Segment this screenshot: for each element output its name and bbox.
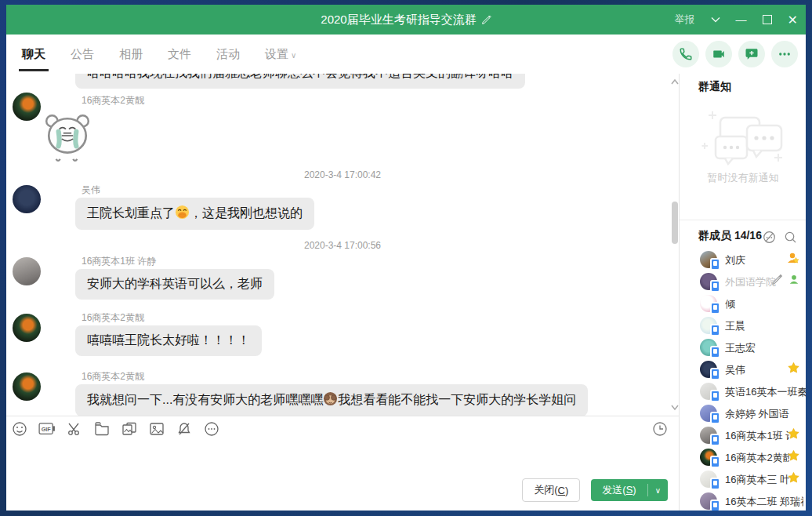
mobile-online-icon	[710, 434, 720, 446]
member-row[interactable]: 16商英本1班 许静	[680, 425, 806, 447]
member-row[interactable]: 16商英本三 叶蕾	[680, 469, 806, 491]
mobile-online-icon	[710, 302, 720, 314]
tab-chat[interactable]: 聊天	[20, 47, 47, 62]
more-icon	[778, 47, 792, 61]
timestamp: 2020-3-4 17:00:56	[6, 240, 679, 251]
avatar[interactable]	[13, 257, 41, 285]
avatar[interactable]	[13, 314, 41, 342]
mobile-online-icon	[710, 280, 720, 293]
desktop-background: 2020届毕业生考研指导交流群 举报 — ✕ 聊天 公告 相册 文件 活动 设置…	[0, 0, 812, 516]
mobile-online-icon	[710, 478, 720, 490]
member-row[interactable]: 倾	[680, 293, 806, 315]
tab-announcements[interactable]: 公告	[69, 47, 96, 62]
member-row[interactable]: 余婷婷 外国语	[680, 403, 806, 425]
tab-bar: 聊天 公告 相册 文件 活动 设置∨	[6, 35, 806, 74]
star-icon	[787, 362, 800, 375]
group-admin-icon	[788, 274, 800, 285]
message-bubble: 嘻嘻嘻王院长太好啦！！！！	[75, 325, 262, 356]
star-icon	[787, 449, 800, 463]
gif-icon[interactable]: GIF	[38, 420, 56, 438]
member-row[interactable]: 16商英本2黄靓	[680, 447, 806, 469]
sender-name: 16商英本2黄靓	[82, 311, 144, 325]
mobile-online-icon	[710, 412, 720, 424]
mute-assistant-icon[interactable]	[763, 231, 776, 247]
tab-albums[interactable]: 相册	[118, 47, 144, 62]
group-notice-title: 群通知	[698, 80, 731, 94]
titlebar-dropdown-icon[interactable]	[711, 16, 720, 23]
avatar[interactable]	[13, 185, 41, 213]
avatar	[700, 295, 717, 312]
member-row[interactable]: 16英本二班 郑瑞祥	[680, 491, 806, 511]
group-title: 2020届毕业生考研指导交流群	[321, 13, 476, 27]
star-icon	[787, 471, 800, 485]
send-options-chevron-icon[interactable]: ∨	[648, 486, 668, 495]
window-shake-icon[interactable]	[176, 420, 193, 438]
close-chat-button[interactable]: 关闭(C)	[522, 478, 580, 502]
tab-settings[interactable]: 设置∨	[263, 47, 298, 62]
avatar[interactable]	[13, 372, 41, 401]
avatar	[700, 449, 717, 466]
edit-title-icon[interactable]	[481, 15, 491, 25]
member-row[interactable]: 王晨	[680, 315, 806, 337]
mobile-online-icon	[710, 258, 720, 271]
create-chat-button[interactable]	[738, 41, 765, 67]
scroll-to-bottom-icon[interactable]	[669, 402, 679, 412]
member-row[interactable]: 外国语学院	[680, 271, 806, 293]
sender-name: 16商英本2黄靓	[82, 370, 144, 383]
message-input[interactable]	[13, 443, 671, 481]
emoji-icon[interactable]	[11, 420, 28, 438]
avatar[interactable]	[13, 93, 41, 121]
composer: GIF	[6, 416, 679, 511]
member-row[interactable]: 吴伟	[680, 359, 806, 381]
avatar	[700, 339, 717, 356]
report-button[interactable]: 举报	[675, 13, 695, 27]
group-owner-icon	[786, 252, 800, 264]
file-folder-icon[interactable]	[93, 420, 111, 438]
avatar	[700, 405, 717, 422]
video-call-icon	[712, 47, 726, 61]
message-history-clock-icon[interactable]	[652, 421, 668, 440]
video-call-button[interactable]	[705, 41, 732, 67]
tab-files[interactable]: 文件	[166, 47, 193, 62]
chat-scrollbar-thumb[interactable]	[672, 202, 678, 244]
title-bar[interactable]: 2020届毕业生考研指导交流群 举报 — ✕	[6, 5, 806, 35]
main-area: 哈哈哈哈我现在找我们届雅思老师聊怎么不会觉得我不适合英文的翻译呀哈哈 16商英本…	[6, 74, 806, 511]
timestamp: 2020-3-4 17:00:42	[6, 169, 679, 180]
message-bubble: 我就想问一下...有没有安师大的老师嘿嘿嘿我想看看能不能找一下安师大的学长学姐问	[75, 384, 588, 416]
voice-call-button[interactable]	[672, 41, 699, 67]
image-icon[interactable]	[148, 420, 165, 438]
send-button[interactable]: 发送(S) ∨	[591, 479, 668, 501]
sender-name: 16商英本2黄靓	[82, 94, 144, 107]
more-actions-button[interactable]	[771, 41, 798, 67]
search-members-icon[interactable]	[784, 231, 797, 247]
tab-activities[interactable]: 活动	[215, 47, 241, 62]
message-list[interactable]: 哈哈哈哈我现在找我们届雅思老师聊怎么不会觉得我不适合英文的翻译呀哈哈 16商英本…	[6, 74, 679, 416]
avatar	[700, 492, 717, 510]
phone-icon	[679, 47, 693, 61]
edit-card-icon[interactable]	[771, 274, 783, 285]
member-row[interactable]: 英语16英本一班秦真	[680, 381, 806, 403]
see-no-evil-monkey-emoji	[323, 391, 338, 409]
scroll-to-top-icon[interactable]	[669, 77, 679, 88]
avatar	[700, 317, 717, 334]
avatar	[700, 273, 717, 290]
member-row[interactable]: 王志宏	[680, 337, 806, 359]
screenshot-scissors-icon[interactable]	[66, 420, 83, 438]
avatar	[700, 361, 717, 378]
close-button[interactable]: ✕	[788, 13, 798, 27]
screen-capture-icon[interactable]	[121, 420, 138, 438]
members-header: 群成员 14/16	[698, 229, 762, 243]
maximize-button[interactable]	[763, 15, 772, 24]
avatar	[700, 383, 717, 400]
svg-text:GIF: GIF	[42, 426, 52, 433]
divider	[680, 220, 806, 220]
more-tools-icon[interactable]	[203, 420, 220, 438]
avatar	[700, 471, 717, 488]
face-with-hand-over-mouth-emoji	[175, 205, 190, 223]
message-bubble: 安师大的学科英语可以么，老师	[75, 269, 274, 300]
member-row[interactable]: 刘庆	[680, 249, 806, 271]
minimize-button[interactable]: —	[736, 13, 747, 26]
mobile-online-icon	[710, 456, 720, 468]
sticker-crying-bear-meme[interactable]	[44, 111, 91, 166]
mobile-online-icon	[710, 368, 720, 380]
